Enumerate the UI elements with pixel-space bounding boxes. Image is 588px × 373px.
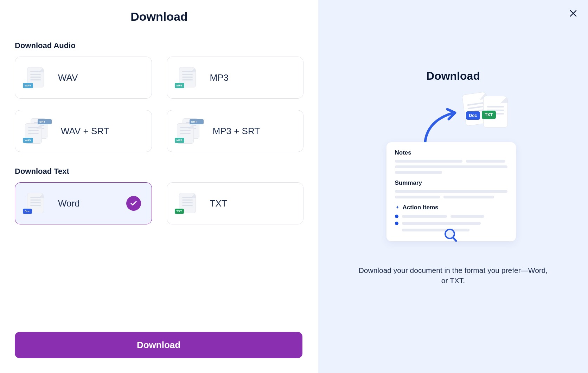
- file-tag: WAV: [23, 83, 33, 88]
- option-mp3-srt[interactable]: SRT MP3 MP3 + SRT: [167, 110, 304, 152]
- section-title-audio: Download Audio: [15, 41, 303, 50]
- file-tag: SRT: [190, 119, 204, 124]
- option-label: TXT: [210, 198, 227, 209]
- file-icon-wav-srt: SRT WAV: [24, 118, 50, 144]
- magnifier-icon: [443, 228, 458, 243]
- option-label: WAV: [58, 72, 78, 83]
- file-icon-wav: WAV: [24, 65, 47, 90]
- illustration-notes-label: Notes: [395, 149, 507, 156]
- option-label: MP3: [210, 72, 229, 83]
- option-wav-srt[interactable]: SRT WAV WAV + SRT: [15, 110, 152, 152]
- option-mp3[interactable]: MP3 MP3: [167, 57, 304, 99]
- info-title: Download: [426, 70, 480, 83]
- file-tag: MP3: [175, 138, 184, 143]
- file-tag: Doc: [23, 209, 32, 214]
- selected-check-icon: [126, 196, 141, 211]
- option-label: MP3 + SRT: [213, 126, 260, 137]
- option-wav[interactable]: WAV WAV: [15, 57, 152, 99]
- illustration-action-items-label: Action Items: [403, 204, 439, 211]
- file-tag: SRT: [38, 119, 52, 124]
- option-word[interactable]: Doc Word: [15, 182, 152, 224]
- info-description: Download your document in the format you…: [358, 265, 548, 286]
- option-txt[interactable]: TXT TXT: [167, 182, 304, 224]
- info-panel: Download Doc TXT Notes Summary: [318, 0, 588, 373]
- illustration-files-icon: Doc TXT: [464, 93, 517, 132]
- illustration-document-card: Notes Summary Action Items: [386, 142, 516, 241]
- file-tag: MP3: [175, 83, 184, 88]
- option-label: Word: [58, 198, 80, 209]
- illustration-doc-tag: Doc: [466, 111, 480, 120]
- download-button[interactable]: Download: [15, 332, 302, 358]
- audio-options-grid: WAV WAV MP3 MP3 SRT WAV WAV + SRT: [15, 57, 303, 152]
- section-title-text: Download Text: [15, 167, 303, 176]
- file-icon-txt: TXT: [176, 191, 199, 216]
- option-label: WAV + SRT: [61, 126, 109, 137]
- file-icon-word: Doc: [24, 191, 47, 216]
- file-tag: TXT: [175, 209, 184, 214]
- download-options-panel: Download Download Audio WAV WAV MP3 MP3 …: [0, 0, 318, 373]
- file-icon-mp3-srt: SRT MP3: [176, 118, 202, 144]
- page-title: Download: [15, 10, 303, 24]
- file-tag: WAV: [23, 138, 33, 143]
- file-icon-mp3: MP3: [176, 65, 199, 90]
- sparkle-icon: [395, 205, 400, 210]
- svg-line-3: [453, 237, 456, 241]
- close-button[interactable]: [568, 8, 578, 20]
- download-illustration: Doc TXT Notes Summary Action Ite: [386, 93, 520, 248]
- text-options-grid: Doc Word TXT TXT: [15, 182, 303, 224]
- illustration-summary-label: Summary: [395, 179, 507, 186]
- illustration-txt-tag: TXT: [482, 111, 496, 119]
